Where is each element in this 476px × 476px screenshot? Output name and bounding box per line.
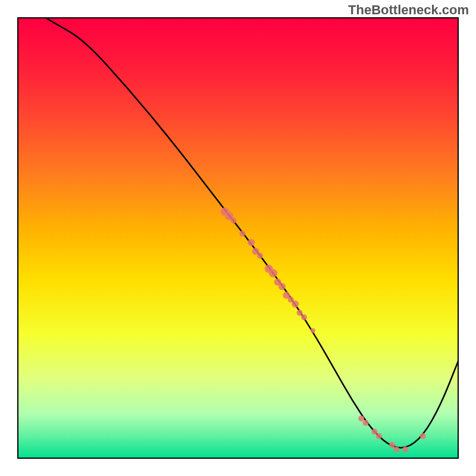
data-point [389, 442, 395, 448]
data-point [371, 429, 377, 435]
data-point [248, 239, 255, 246]
data-point [257, 253, 263, 259]
data-point [292, 300, 299, 308]
data-point [239, 231, 245, 237]
data-point [269, 269, 277, 277]
data-point [297, 310, 303, 316]
data-point [402, 446, 408, 452]
data-point [358, 415, 364, 421]
data-point [363, 420, 369, 426]
data-point [311, 328, 315, 333]
data-point [376, 433, 382, 439]
data-point [420, 433, 426, 439]
gradient-background [18, 18, 458, 458]
data-point [393, 446, 399, 452]
data-point [301, 314, 307, 320]
watermark-text: TheBottleneck.com [348, 2, 469, 18]
data-point [231, 217, 237, 223]
data-point [278, 283, 286, 290]
chart-canvas [0, 0, 476, 476]
